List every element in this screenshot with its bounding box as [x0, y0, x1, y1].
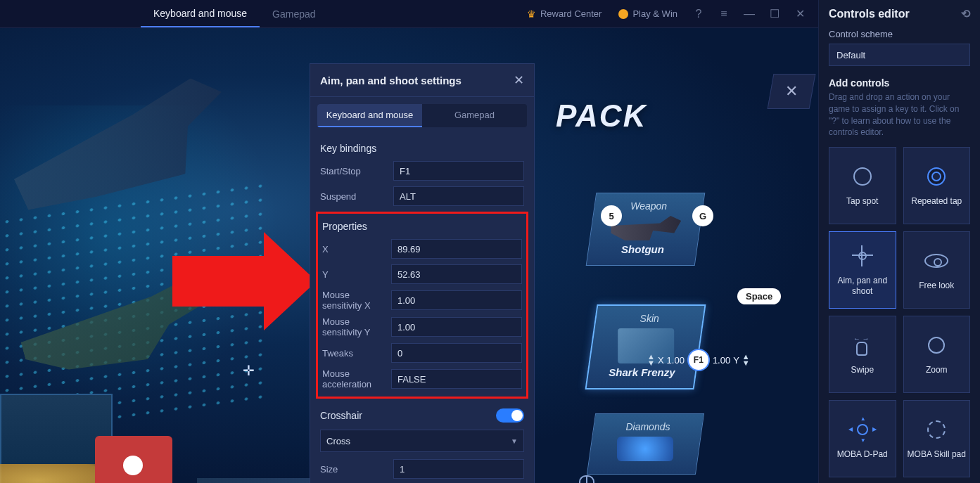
- row-size: Size: [320, 459, 524, 479]
- play-win-button[interactable]: Play & Win: [611, 0, 685, 27]
- reset-scheme-icon[interactable]: ⟲: [961, 7, 970, 20]
- tweaks-input[interactable]: [391, 343, 522, 363]
- tile-moba-dpad[interactable]: ▲ ▼ ◀ ▶ MOBA D-Pad: [829, 400, 896, 477]
- row-suspend: Suspend: [320, 186, 524, 206]
- dialog-close-icon[interactable]: ✕: [514, 72, 524, 88]
- close-window-icon[interactable]: ✕: [789, 3, 811, 25]
- axis-x-value: 1.00: [667, 355, 685, 366]
- key-badge-space[interactable]: Space: [737, 288, 781, 304]
- minimize-icon[interactable]: —: [738, 3, 761, 25]
- play-win-label: Play & Win: [632, 8, 677, 19]
- row-start-stop: Start/Stop: [320, 161, 524, 181]
- crosshair-type-value: Cross: [326, 436, 350, 446]
- aim-settings-dialog: Aim, pan and shoot settings ✕ Keyboard a…: [310, 63, 535, 483]
- row-msx: Mouse sensitivity X: [322, 290, 522, 311]
- dialog-tab-gamepad[interactable]: Gamepad: [422, 104, 527, 127]
- axis-y-label: Y: [733, 355, 739, 366]
- chevron-up-down-icon: ▲▼: [647, 354, 655, 366]
- tweaks-label: Tweaks: [322, 348, 391, 359]
- key-badge-f1[interactable]: F1: [687, 349, 710, 371]
- tap-spot-icon: [850, 164, 875, 189]
- coin-icon: [618, 9, 628, 19]
- crosshair-toggle[interactable]: [496, 408, 524, 423]
- skill-pad-icon: [924, 417, 949, 442]
- pack-title: PACK: [556, 98, 647, 134]
- scheme-value: Default: [836, 50, 865, 60]
- maximize-icon[interactable]: ☐: [763, 3, 786, 25]
- repeated-tap-icon: [924, 164, 949, 189]
- axis-overlay[interactable]: ▲▼ X 1.00 F1 1.00 Y ▲▼: [647, 349, 750, 371]
- tile-aim-pan-shoot[interactable]: Aim, pan and shoot: [829, 231, 896, 309]
- tile-label: Swipe: [848, 365, 877, 376]
- crown-icon: ♛: [527, 8, 536, 20]
- tab-gamepad[interactable]: Gamepad: [260, 0, 328, 27]
- y-label: Y: [322, 269, 391, 280]
- reward-center-label: Reward Center: [540, 8, 602, 19]
- zoom-icon: [924, 333, 949, 358]
- tile-swipe[interactable]: ← → Swipe: [829, 316, 896, 393]
- size-input[interactable]: [393, 459, 524, 479]
- tile-tap-spot[interactable]: Tap spot: [829, 147, 896, 224]
- row-tweaks: Tweaks: [322, 343, 522, 363]
- start-stop-input[interactable]: [393, 161, 524, 181]
- row-x: X: [322, 239, 522, 259]
- msy-input[interactable]: [391, 317, 522, 337]
- chevron-down-icon: ▼: [511, 437, 518, 445]
- diamonds-card[interactable]: Diamonds: [587, 413, 704, 475]
- main-area: ✛ PACK ✕ Weapon Shotgun 5 G Space Skin S…: [0, 28, 818, 483]
- skin-card[interactable]: Skin Shark Frenzy: [585, 304, 706, 389]
- tile-label: MOBA Skill pad: [905, 449, 969, 461]
- dialog-header: Aim, pan and shoot settings ✕: [310, 64, 534, 97]
- start-stop-label: Start/Stop: [320, 166, 393, 176]
- msx-input[interactable]: [391, 290, 522, 310]
- properties-title: Properties: [322, 221, 522, 232]
- y-input[interactable]: [391, 264, 522, 284]
- weapon-card[interactable]: Weapon Shotgun: [586, 193, 706, 266]
- row-accel: Mouse acceleration: [322, 368, 522, 389]
- row-y: Y: [322, 264, 522, 284]
- help-icon[interactable]: ?: [687, 3, 710, 25]
- tile-moba-skill-pad[interactable]: MOBA Skill pad: [903, 400, 971, 477]
- msy-label: Mouse sensitivity Y: [322, 316, 391, 337]
- tile-free-look[interactable]: Free look: [903, 231, 971, 309]
- suspend-input[interactable]: [393, 186, 524, 206]
- skin-card-title: Skin: [597, 313, 703, 324]
- properties-highlight-box: Properties X Y Mouse sensitivity X Mouse…: [316, 212, 528, 399]
- chevron-up-down-icon: ▲▼: [742, 354, 750, 366]
- controls-editor-sidebar: Controls editor ⟲ Control scheme Default…: [818, 0, 980, 483]
- tile-label: Zoom: [923, 365, 950, 376]
- menu-icon[interactable]: ≡: [713, 3, 735, 25]
- size-label: Size: [320, 464, 393, 475]
- dialog-title: Aim, pan and shoot settings: [320, 75, 462, 86]
- game-back-button[interactable]: ✕: [768, 74, 816, 109]
- row-msy: Mouse sensitivity Y: [322, 316, 522, 337]
- tile-zoom[interactable]: Zoom: [903, 316, 971, 393]
- tile-label: MOBA D-Pad: [834, 449, 891, 461]
- tile-label: Free look: [916, 281, 957, 292]
- aim-icon: [850, 243, 875, 269]
- dialog-body: Key bindings Start/Stop Suspend Properti…: [310, 127, 534, 483]
- x-label: X: [322, 244, 391, 255]
- reward-center-button[interactable]: ♛ Reward Center: [520, 0, 609, 27]
- dpad-icon: ▲ ▼ ◀ ▶: [850, 417, 875, 442]
- swipe-icon: ← →: [850, 333, 875, 358]
- suspend-label: Suspend: [320, 191, 393, 202]
- accel-input[interactable]: [391, 369, 522, 389]
- crosshair-title: Crosshair: [320, 410, 362, 421]
- key-badge-5[interactable]: 5: [601, 205, 622, 226]
- tile-label: Tap spot: [844, 196, 881, 207]
- accel-label: Mouse acceleration: [322, 368, 391, 389]
- tile-label: Repeated tap: [908, 196, 965, 207]
- crosshair-type-select[interactable]: Cross ▼: [320, 430, 524, 452]
- tab-keyboard-mouse[interactable]: Keyboard and mouse: [141, 0, 260, 27]
- dialog-tab-kbm[interactable]: Keyboard and mouse: [317, 104, 422, 127]
- arrow-annotation: [172, 232, 317, 330]
- scheme-label: Control scheme: [829, 29, 970, 39]
- add-controls-hint: Drag and drop an action on your game to …: [829, 91, 970, 139]
- x-input[interactable]: [391, 239, 522, 259]
- scheme-select[interactable]: Default: [829, 44, 970, 66]
- key-badge-g[interactable]: G: [692, 205, 713, 226]
- diamonds-card-title: Diamonds: [594, 421, 701, 432]
- tile-repeated-tap[interactable]: Repeated tap: [903, 147, 971, 224]
- axis-y-value: 1.00: [713, 355, 730, 366]
